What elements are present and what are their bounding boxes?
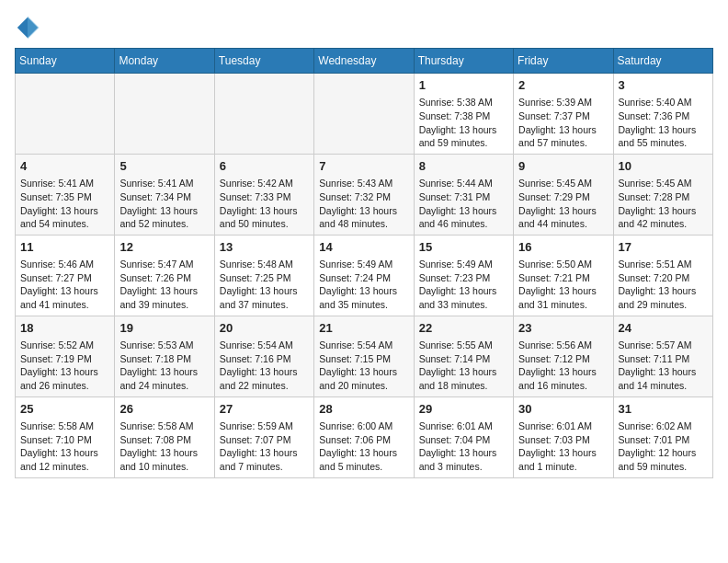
day-number: 7 <box>319 158 408 175</box>
calendar-cell <box>115 74 214 155</box>
calendar-cell: 14Sunrise: 5:49 AM Sunset: 7:24 PM Dayli… <box>314 235 414 316</box>
day-number: 23 <box>518 320 608 337</box>
day-number: 19 <box>119 320 209 337</box>
calendar-cell: 11Sunrise: 5:46 AM Sunset: 7:27 PM Dayli… <box>16 235 115 316</box>
day-info: Sunrise: 5:55 AM Sunset: 7:14 PM Dayligh… <box>419 339 497 391</box>
calendar-cell: 30Sunrise: 6:01 AM Sunset: 7:03 PM Dayli… <box>514 396 613 477</box>
day-info: Sunrise: 5:41 AM Sunset: 7:34 PM Dayligh… <box>119 178 198 229</box>
day-number: 4 <box>20 158 109 175</box>
calendar-cell: 17Sunrise: 5:51 AM Sunset: 7:20 PM Dayli… <box>613 235 712 316</box>
day-info: Sunrise: 5:43 AM Sunset: 7:32 PM Dayligh… <box>319 178 397 229</box>
day-number: 21 <box>319 320 408 337</box>
day-number: 31 <box>619 401 708 418</box>
calendar-cell: 22Sunrise: 5:55 AM Sunset: 7:14 PM Dayli… <box>414 316 513 396</box>
weekday-header-saturday: Saturday <box>613 49 712 74</box>
calendar-header: SundayMondayTuesdayWednesdayThursdayFrid… <box>16 49 713 74</box>
calendar-week-5: 25Sunrise: 5:58 AM Sunset: 7:10 PM Dayli… <box>16 396 713 477</box>
calendar-cell: 9Sunrise: 5:45 AM Sunset: 7:29 PM Daylig… <box>514 154 613 235</box>
day-number: 28 <box>319 401 408 418</box>
day-info: Sunrise: 5:56 AM Sunset: 7:12 PM Dayligh… <box>518 339 597 391</box>
calendar-cell <box>16 74 115 155</box>
logo <box>15 15 44 40</box>
calendar-cell: 21Sunrise: 5:54 AM Sunset: 7:15 PM Dayli… <box>314 316 414 396</box>
calendar-cell: 28Sunrise: 6:00 AM Sunset: 7:06 PM Dayli… <box>314 396 414 477</box>
day-number: 27 <box>220 401 309 418</box>
calendar-cell: 18Sunrise: 5:52 AM Sunset: 7:19 PM Dayli… <box>16 316 115 396</box>
calendar-cell: 2Sunrise: 5:39 AM Sunset: 7:37 PM Daylig… <box>514 74 613 155</box>
calendar-cell: 15Sunrise: 5:49 AM Sunset: 7:23 PM Dayli… <box>414 235 513 316</box>
day-info: Sunrise: 5:59 AM Sunset: 7:07 PM Dayligh… <box>220 420 298 472</box>
calendar-cell: 1Sunrise: 5:38 AM Sunset: 7:38 PM Daylig… <box>414 74 513 155</box>
calendar-cell: 20Sunrise: 5:54 AM Sunset: 7:16 PM Dayli… <box>214 316 313 396</box>
calendar-cell: 6Sunrise: 5:42 AM Sunset: 7:33 PM Daylig… <box>214 154 313 235</box>
calendar-cell: 4Sunrise: 5:41 AM Sunset: 7:35 PM Daylig… <box>16 154 115 235</box>
calendar-cell: 8Sunrise: 5:44 AM Sunset: 7:31 PM Daylig… <box>414 154 513 235</box>
weekday-header-thursday: Thursday <box>414 49 513 74</box>
day-info: Sunrise: 5:49 AM Sunset: 7:23 PM Dayligh… <box>419 259 497 310</box>
day-number: 15 <box>419 239 508 256</box>
day-info: Sunrise: 5:45 AM Sunset: 7:29 PM Dayligh… <box>518 178 597 229</box>
calendar-cell: 10Sunrise: 5:45 AM Sunset: 7:28 PM Dayli… <box>613 154 712 235</box>
day-number: 10 <box>619 158 708 175</box>
day-number: 22 <box>419 320 508 337</box>
day-number: 13 <box>220 239 309 256</box>
day-info: Sunrise: 5:44 AM Sunset: 7:31 PM Dayligh… <box>419 178 497 229</box>
day-number: 25 <box>20 401 109 418</box>
day-info: Sunrise: 5:45 AM Sunset: 7:28 PM Dayligh… <box>619 178 697 229</box>
day-info: Sunrise: 5:39 AM Sunset: 7:37 PM Dayligh… <box>518 97 597 148</box>
day-number: 17 <box>619 239 708 256</box>
day-info: Sunrise: 6:00 AM Sunset: 7:06 PM Dayligh… <box>319 420 397 472</box>
day-info: Sunrise: 6:01 AM Sunset: 7:03 PM Dayligh… <box>518 420 597 472</box>
day-info: Sunrise: 5:47 AM Sunset: 7:26 PM Dayligh… <box>119 259 198 310</box>
calendar-cell: 19Sunrise: 5:53 AM Sunset: 7:18 PM Dayli… <box>115 316 214 396</box>
calendar-cell: 13Sunrise: 5:48 AM Sunset: 7:25 PM Dayli… <box>214 235 313 316</box>
day-number: 29 <box>419 401 508 418</box>
day-number: 5 <box>119 158 209 175</box>
day-info: Sunrise: 6:02 AM Sunset: 7:01 PM Dayligh… <box>619 420 697 472</box>
calendar-cell: 23Sunrise: 5:56 AM Sunset: 7:12 PM Dayli… <box>514 316 613 396</box>
day-number: 6 <box>220 158 309 175</box>
calendar-cell: 31Sunrise: 6:02 AM Sunset: 7:01 PM Dayli… <box>613 396 712 477</box>
day-info: Sunrise: 5:46 AM Sunset: 7:27 PM Dayligh… <box>20 259 98 310</box>
weekday-header-monday: Monday <box>115 49 214 74</box>
calendar-week-4: 18Sunrise: 5:52 AM Sunset: 7:19 PM Dayli… <box>16 316 713 396</box>
logo-icon <box>15 15 40 40</box>
calendar-cell: 27Sunrise: 5:59 AM Sunset: 7:07 PM Dayli… <box>214 396 313 477</box>
calendar-cell: 12Sunrise: 5:47 AM Sunset: 7:26 PM Dayli… <box>115 235 214 316</box>
day-info: Sunrise: 5:58 AM Sunset: 7:10 PM Dayligh… <box>20 420 98 472</box>
day-number: 9 <box>518 158 608 175</box>
day-info: Sunrise: 5:57 AM Sunset: 7:11 PM Dayligh… <box>619 339 697 391</box>
day-number: 2 <box>518 77 608 94</box>
day-number: 16 <box>518 239 608 256</box>
calendar-week-3: 11Sunrise: 5:46 AM Sunset: 7:27 PM Dayli… <box>16 235 713 316</box>
day-number: 8 <box>419 158 508 175</box>
day-number: 30 <box>518 401 608 418</box>
day-info: Sunrise: 5:51 AM Sunset: 7:20 PM Dayligh… <box>619 259 697 310</box>
calendar-table: SundayMondayTuesdayWednesdayThursdayFrid… <box>15 48 713 478</box>
day-info: Sunrise: 5:40 AM Sunset: 7:36 PM Dayligh… <box>619 97 697 148</box>
day-number: 12 <box>119 239 209 256</box>
calendar-cell <box>214 74 313 155</box>
day-info: Sunrise: 5:42 AM Sunset: 7:33 PM Dayligh… <box>220 178 298 229</box>
day-info: Sunrise: 5:41 AM Sunset: 7:35 PM Dayligh… <box>20 178 98 229</box>
calendar-cell: 29Sunrise: 6:01 AM Sunset: 7:04 PM Dayli… <box>414 396 513 477</box>
calendar-week-1: 1Sunrise: 5:38 AM Sunset: 7:38 PM Daylig… <box>16 74 713 155</box>
day-number: 18 <box>20 320 109 337</box>
page-header <box>15 15 713 40</box>
day-info: Sunrise: 5:48 AM Sunset: 7:25 PM Dayligh… <box>220 259 298 310</box>
day-number: 11 <box>20 239 109 256</box>
weekday-header-tuesday: Tuesday <box>214 49 313 74</box>
day-info: Sunrise: 5:53 AM Sunset: 7:18 PM Dayligh… <box>119 339 198 391</box>
calendar-body: 1Sunrise: 5:38 AM Sunset: 7:38 PM Daylig… <box>16 74 713 478</box>
weekday-header-friday: Friday <box>514 49 613 74</box>
day-number: 14 <box>319 239 408 256</box>
day-info: Sunrise: 5:58 AM Sunset: 7:08 PM Dayligh… <box>119 420 198 472</box>
calendar-cell: 24Sunrise: 5:57 AM Sunset: 7:11 PM Dayli… <box>613 316 712 396</box>
day-info: Sunrise: 5:54 AM Sunset: 7:16 PM Dayligh… <box>220 339 298 391</box>
calendar-cell: 5Sunrise: 5:41 AM Sunset: 7:34 PM Daylig… <box>115 154 214 235</box>
day-info: Sunrise: 6:01 AM Sunset: 7:04 PM Dayligh… <box>419 420 497 472</box>
weekday-row: SundayMondayTuesdayWednesdayThursdayFrid… <box>16 49 713 74</box>
calendar-cell: 7Sunrise: 5:43 AM Sunset: 7:32 PM Daylig… <box>314 154 414 235</box>
weekday-header-sunday: Sunday <box>16 49 115 74</box>
day-number: 3 <box>619 77 708 94</box>
